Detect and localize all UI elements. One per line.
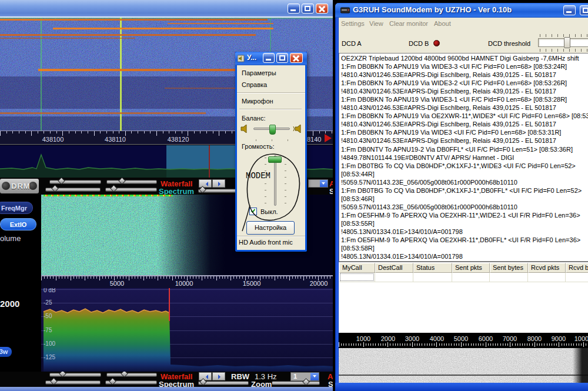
scroll-right-button[interactable] [212,372,225,380]
freq-label: 4000 [425,335,449,342]
connections-table[interactable]: MyCall DestCall Status Sent pkts Sent by… [339,262,588,333]
audio-tune-cursor [169,288,170,321]
minimize-button[interactable] [263,53,275,63]
slider[interactable] [49,373,101,377]
mute-checkbox[interactable] [249,208,257,215]
balance-thumb[interactable] [269,125,276,135]
freq-label: 7000 [498,335,522,342]
spectrum-tab[interactable]: Spectrum [159,187,194,195]
maximize-button[interactable] [276,53,288,63]
monitor-area[interactable]: OE2XZR Triplebaud 1200bd 4800bd 9600bd H… [339,53,588,262]
slider[interactable] [106,373,157,377]
rbw-label: RBW [231,372,249,381]
column-header[interactable]: Rcvd bytes [566,263,588,273]
freq-label: 438110 [99,136,132,143]
tick-marks [339,342,588,347]
spectrum-tab[interactable]: Spectrum [159,380,194,387]
mixer-titlebar[interactable]: У... [235,52,307,65]
column-header[interactable]: Sent pkts [452,263,490,273]
tick-marks [540,49,588,52]
minimize-icon [566,11,572,13]
menu-help[interactable]: Справка [242,81,267,88]
menu-view[interactable]: View [369,20,383,27]
balance-slider[interactable] [253,128,290,130]
slider[interactable] [45,380,101,385]
packet-trace [0,38,135,39]
freq-label: 2000 [376,335,400,342]
column-header[interactable]: MyCall [339,263,375,273]
settings-button[interactable]: Настройка [246,221,295,235]
freq-label: 10000 [166,280,202,287]
freqmgr-button[interactable]: FreqMgr [0,202,33,214]
slider[interactable] [49,180,101,184]
slider[interactable] [105,380,157,385]
slider[interactable] [106,180,157,184]
scroll-left-button[interactable] [199,372,212,380]
menu-about[interactable]: About [434,20,451,27]
soundmodem-window: G3RUH SoundModem by UZ7HO - Ver 0.10b Se… [335,3,588,391]
scroll-right-button[interactable] [212,179,225,188]
minimize-button[interactable] [288,4,300,14]
audio-spectrum-display[interactable]: 0 dB -25 -50 -75 -100 -125 [41,288,333,372]
modem-waterfall-display[interactable] [339,348,588,383]
column-header[interactable]: DestCall [375,263,413,273]
db-label: -75 [44,327,52,333]
freq-label: 5000 [449,335,473,342]
dcd-panel: DCD A DCD B DCD threshold [339,29,588,53]
packet-trace [0,19,268,21]
close-button[interactable] [290,53,303,63]
separator [239,109,302,109]
menubar: Settings View Clear monitor About [339,18,588,29]
freq-label: 9000 [547,335,570,342]
check-icon [251,208,256,213]
arrow-left-icon [203,375,208,379]
column-header[interactable]: Rcvd pkts [528,263,566,273]
menu-clear-monitor[interactable]: Clear monitor [389,20,428,27]
arrow-right-icon [218,375,223,379]
packet-trace [53,28,273,29]
freq-label: 10000 [572,335,588,342]
sdr-titlebar[interactable] [0,0,333,16]
speaker-high-icon [292,125,301,133]
slider[interactable] [45,188,101,192]
modem-waterfall-noise [339,348,588,383]
table-row[interactable] [339,273,588,282]
avg-dropdown[interactable] [308,179,328,188]
focused-cell[interactable] [340,273,374,281]
frequency-readout: 2000 [0,299,19,309]
maximize-button[interactable] [302,4,314,14]
balance-label: Баланс: [242,115,266,122]
volume-slider-thumb[interactable] [268,156,282,163]
tick-marks [256,139,289,141]
window-title: У... [247,54,256,62]
zoom-label: Zoom [251,380,272,387]
audio-frequency-scale: 5000 10000 15000 20000 [41,275,333,288]
volume-mixer-icon [238,55,245,62]
knob-icon[interactable] [2,182,10,190]
slider[interactable] [198,381,249,385]
minimize-button[interactable] [563,5,576,15]
drm-panel[interactable]: DRM [0,179,39,193]
monitor-text: OE2XZR Triplebaud 1200bd 4800bd 9600bd H… [341,54,588,260]
maximize-button[interactable] [580,5,588,15]
column-header[interactable]: Sent bytes [490,263,528,273]
slider[interactable] [198,189,239,193]
freq-label: 438100 [36,136,69,143]
soundmodem-titlebar[interactable]: G3RUH SoundModem by UZ7HO - Ver 0.10b [335,3,588,18]
bw-button[interactable]: 3w [0,347,12,357]
scroll-left-button[interactable] [199,179,212,188]
packet-trace [44,195,173,196]
tune-arrow-icon[interactable] [325,134,333,142]
dcd-threshold-slider[interactable] [538,38,588,47]
extio-button[interactable]: ExtIO [0,218,36,230]
menu-parameters[interactable]: Параметры [242,69,276,76]
dcd-b-label: DCD B [409,40,429,47]
tune-cursor[interactable] [209,145,210,178]
column-header[interactable]: Status [413,263,452,273]
close-button[interactable] [316,4,328,14]
menu-settings[interactable]: Settings [341,20,365,27]
slider[interactable] [272,381,320,385]
slider-thumb[interactable] [564,37,570,48]
slider[interactable] [105,188,157,192]
packet-trace [0,112,206,114]
